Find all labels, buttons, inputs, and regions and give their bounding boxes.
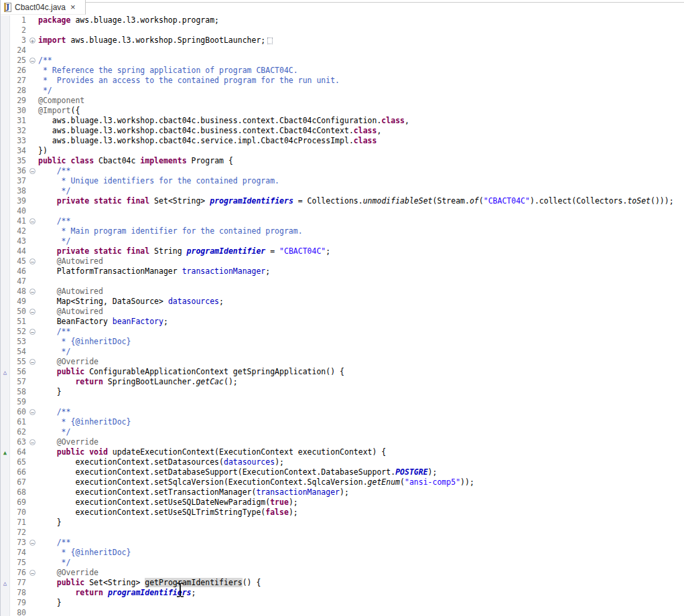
code-line[interactable]: 58 }: [1, 387, 684, 397]
code-line[interactable]: △56 public ConfigurableApplicationContex…: [1, 367, 684, 377]
code-line[interactable]: 24: [1, 46, 684, 56]
overrides-marker-icon[interactable]: ▲: [1, 447, 10, 457]
code-line[interactable]: 25−/**: [1, 56, 684, 66]
tab-cbact04c-java[interactable]: J Cbact04c.java ×: [1, 0, 86, 15]
code-line[interactable]: 71 }: [1, 518, 684, 528]
code-line[interactable]: 50− @Autowired: [1, 307, 684, 317]
code-line[interactable]: 33 aws.bluage.l3.workshop.cbact04c.servi…: [1, 136, 684, 146]
fold-collapse-icon[interactable]: −: [29, 218, 36, 224]
code-line[interactable]: 28 */: [1, 86, 684, 96]
fold-column: [27, 457, 38, 467]
code-line[interactable]: 40: [1, 206, 684, 216]
implements-marker-icon[interactable]: △: [1, 367, 10, 377]
code-line[interactable]: △77 public Set<String> getProgramIdentif…: [1, 578, 684, 588]
line-number: 29: [10, 96, 27, 106]
fold-collapse-icon[interactable]: −: [29, 58, 36, 64]
code-line[interactable]: 68 executionContext.setTransactionManage…: [1, 487, 684, 497]
code-line[interactable]: 67 executionContext.setSqlcaVersion(Exec…: [1, 477, 684, 487]
line-number: 71: [10, 518, 27, 528]
fold-collapse-icon[interactable]: −: [29, 258, 36, 264]
code-line[interactable]: 72: [1, 528, 684, 538]
code-line[interactable]: 30@Import({: [1, 106, 684, 116]
code-line[interactable]: 48− @Autowired: [1, 287, 684, 297]
code-line[interactable]: 73− /**: [1, 538, 684, 548]
code-line[interactable]: 1package aws.bluage.l3.workshop.program;: [1, 15, 684, 25]
code-line[interactable]: 34}): [1, 146, 684, 156]
line-number: 33: [10, 136, 27, 146]
code-line[interactable]: 43 */: [1, 236, 684, 246]
code-line[interactable]: 60− /**: [1, 407, 684, 417]
code-line[interactable]: 78 return programIdentifiers;: [1, 588, 684, 598]
fold-collapse-icon[interactable]: −: [29, 309, 36, 315]
code-text: @Override: [38, 357, 684, 367]
code-line[interactable]: 51 BeanFactory beanFactory;: [1, 317, 684, 327]
line-number: 39: [10, 196, 27, 206]
line-number: 65: [10, 457, 27, 467]
implements-marker-icon[interactable]: △: [1, 578, 10, 588]
annotation-ruler-cell: [1, 216, 10, 226]
fold-column: [27, 317, 38, 327]
code-line[interactable]: 55− @Override: [1, 357, 684, 367]
code-line[interactable]: 79 }: [1, 598, 684, 608]
code-line[interactable]: 53 * {@inheritDoc}: [1, 337, 684, 347]
close-icon[interactable]: ×: [70, 0, 76, 15]
code-line[interactable]: 47: [1, 277, 684, 287]
code-line[interactable]: 35public class Cbact04c implements Progr…: [1, 156, 684, 166]
code-text: private static final String programIdent…: [38, 246, 684, 256]
code-line[interactable]: 62 */: [1, 427, 684, 437]
code-line[interactable]: 59: [1, 397, 684, 407]
code-text: }: [38, 387, 684, 397]
code-line[interactable]: 44 private static final String programId…: [1, 246, 684, 256]
code-line[interactable]: 42 * Main program identifier for the con…: [1, 226, 684, 236]
code-line[interactable]: 57 return SpringBootLauncher.getCac();: [1, 377, 684, 387]
code-line[interactable]: 2: [1, 25, 684, 35]
code-line[interactable]: 37 * Unique identifiers for the containe…: [1, 176, 684, 186]
fold-collapse-icon[interactable]: −: [29, 289, 36, 295]
annotation-ruler-cell: [1, 307, 10, 317]
fold-column: [27, 66, 38, 76]
fold-column: [27, 96, 38, 106]
code-line[interactable]: 31 aws.bluage.l3.workshop.cbact04c.busin…: [1, 116, 684, 126]
fold-collapse-icon[interactable]: −: [29, 540, 36, 546]
line-number: 34: [10, 146, 27, 156]
editor-tab-bar: J Cbact04c.java ×: [1, 0, 684, 15]
code-line[interactable]: 74 * {@inheritDoc}: [1, 548, 684, 558]
code-line[interactable]: 61 * {@inheritDoc}: [1, 417, 684, 427]
code-line[interactable]: 45− @Autowired: [1, 256, 684, 266]
code-line[interactable]: 54 */: [1, 347, 684, 357]
code-line[interactable]: 49 Map<String, DataSource> datasources;: [1, 297, 684, 307]
code-line[interactable]: 32 aws.bluage.l3.workshop.cbact04c.busin…: [1, 126, 684, 136]
code-line[interactable]: 26 * Reference the spring application of…: [1, 66, 684, 76]
code-line[interactable]: 80: [1, 608, 684, 616]
fold-collapse-icon[interactable]: −: [29, 409, 36, 415]
code-line[interactable]: 38 */: [1, 186, 684, 196]
code-line[interactable]: 63− @Override: [1, 437, 684, 447]
code-line[interactable]: 3+import aws.bluage.l3.workshop.SpringBo…: [1, 35, 684, 46]
code-line[interactable]: 36− /**: [1, 166, 684, 176]
fold-collapse-icon[interactable]: −: [29, 168, 36, 174]
code-line[interactable]: 76− @Override: [1, 568, 684, 578]
code-text: /**: [38, 56, 684, 66]
line-number: 28: [10, 86, 27, 96]
fold-expand-icon[interactable]: +: [29, 37, 36, 44]
code-line[interactable]: 52− /**: [1, 327, 684, 337]
code-line[interactable]: ▲64 public void updateExecutionContext(E…: [1, 447, 684, 457]
code-line[interactable]: 70 executionContext.setUseSQLTrimStringT…: [1, 508, 684, 518]
line-number: 40: [10, 206, 27, 216]
code-line[interactable]: 65 executionContext.setDatasources(datas…: [1, 457, 684, 467]
code-line[interactable]: 46 PlatformTransactionManager transactio…: [1, 266, 684, 277]
fold-collapse-icon[interactable]: −: [29, 570, 36, 576]
fold-collapse-icon[interactable]: −: [29, 439, 36, 445]
folded-region-icon[interactable]: [267, 37, 273, 44]
code-text: executionContext.setTransactionManager(t…: [38, 487, 684, 497]
code-line[interactable]: 29@Component: [1, 96, 684, 106]
fold-column: [27, 15, 38, 25]
code-line[interactable]: 39 private static final Set<String> prog…: [1, 196, 684, 206]
code-line[interactable]: 75 */: [1, 558, 684, 568]
fold-collapse-icon[interactable]: −: [29, 329, 36, 335]
code-line[interactable]: 41− /**: [1, 216, 684, 226]
code-line[interactable]: 27 * Provides an access to the contained…: [1, 76, 684, 86]
code-line[interactable]: 69 executionContext.setUseSQLDateNewPara…: [1, 497, 684, 508]
code-line[interactable]: 66 executionContext.setDatabaseSupport(E…: [1, 467, 684, 477]
fold-collapse-icon[interactable]: −: [29, 359, 36, 365]
